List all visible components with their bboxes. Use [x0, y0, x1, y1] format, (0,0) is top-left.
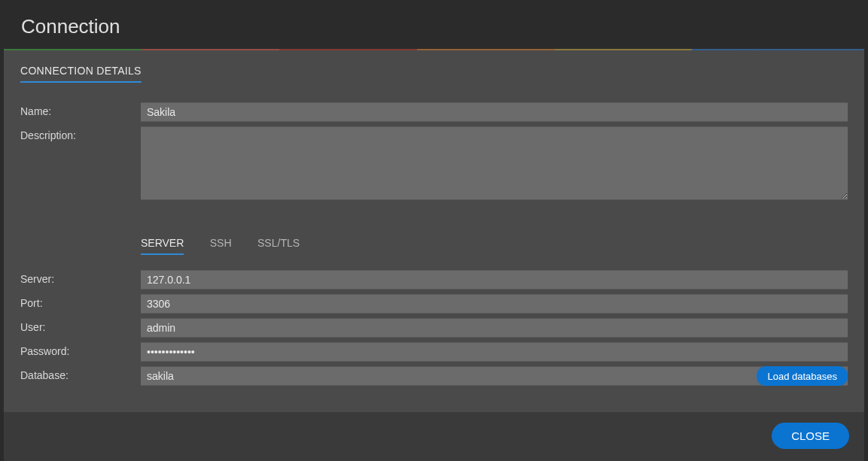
- label-database: Database:: [20, 366, 141, 381]
- tab-server[interactable]: SERVER: [141, 237, 184, 255]
- load-databases-button[interactable]: Load databases: [757, 366, 848, 386]
- dialog-body: CONNECTION DETAILS Name: Description: SE…: [4, 50, 864, 412]
- connection-dialog: Connection CONNECTION DETAILS Name: Desc…: [0, 0, 868, 461]
- label-port: Port:: [20, 294, 141, 309]
- row-user: User:: [20, 318, 848, 338]
- dialog-title: Connection: [0, 0, 868, 49]
- row-port: Port:: [20, 294, 848, 314]
- tab-ssl[interactable]: SSL/TLS: [257, 237, 300, 255]
- label-server: Server:: [20, 270, 141, 285]
- connection-tabs: SERVER SSH SSL/TLS: [141, 236, 848, 255]
- accent-divider: [4, 49, 864, 50]
- name-input[interactable]: [141, 102, 848, 122]
- dialog-footer: CLOSE: [4, 412, 864, 461]
- row-password: Password:: [20, 342, 848, 362]
- server-input[interactable]: [141, 270, 848, 290]
- row-server: Server:: [20, 270, 848, 290]
- label-user: User:: [20, 318, 141, 333]
- label-password: Password:: [20, 342, 141, 357]
- port-input[interactable]: [141, 294, 848, 314]
- label-name: Name:: [20, 102, 141, 117]
- close-button[interactable]: CLOSE: [772, 423, 849, 449]
- description-input[interactable]: [141, 126, 848, 200]
- section-tabs: CONNECTION DETAILS: [20, 64, 848, 83]
- row-name: Name:: [20, 102, 848, 122]
- tab-connection-details[interactable]: CONNECTION DETAILS: [20, 65, 142, 83]
- tab-ssh[interactable]: SSH: [210, 237, 232, 255]
- label-description: Description:: [20, 126, 141, 141]
- row-database: Database: Load databases: [20, 366, 848, 386]
- user-input[interactable]: [141, 318, 848, 338]
- database-input[interactable]: [141, 366, 848, 386]
- row-description: Description:: [20, 126, 848, 200]
- password-input[interactable]: [141, 342, 848, 362]
